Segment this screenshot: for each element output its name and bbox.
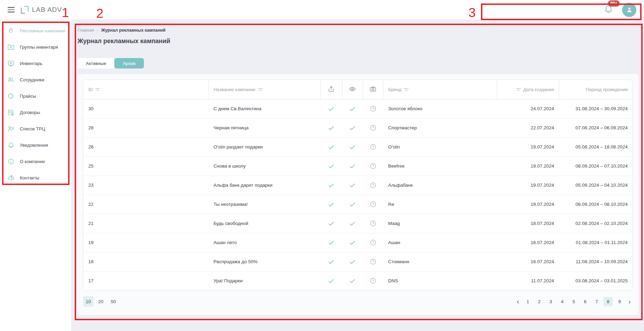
filter-icon[interactable] bbox=[516, 88, 521, 91]
sidebar-item-employees[interactable]: Сотрудники bbox=[0, 72, 71, 88]
column-header-id: ID bbox=[83, 80, 209, 99]
cell-brand: Спортмастер bbox=[383, 118, 497, 137]
eye-icon bbox=[348, 85, 357, 93]
table-header-row: ID Название кампании bbox=[83, 80, 633, 99]
table-row[interactable]: 26 O'stin раздает подарки O'stin 19.07.2… bbox=[83, 137, 633, 156]
sidebar-item-prices[interactable]: Прайсы bbox=[0, 88, 71, 104]
sidebar-item-notifications[interactable]: Уведомления bbox=[0, 137, 71, 153]
cell-brand: DNS bbox=[383, 271, 497, 290]
cell-upload-status bbox=[321, 156, 342, 176]
cell-created-date: 19.07.2024 bbox=[497, 137, 559, 156]
check-icon bbox=[349, 105, 356, 113]
page-size-button[interactable]: 50 bbox=[108, 296, 119, 307]
sidebar: Рекламные кампании Группы инвентаря Инве… bbox=[0, 20, 71, 331]
sidebar-item-inventory[interactable]: Инвентарь bbox=[0, 55, 71, 72]
clock-icon bbox=[369, 143, 377, 151]
table-row[interactable]: 30 С днем Св.Валентина Золотое яблоко 24… bbox=[83, 99, 633, 118]
cell-visibility-status bbox=[342, 156, 363, 176]
clock-icon bbox=[369, 239, 377, 247]
page-size-button[interactable]: 10 bbox=[83, 296, 93, 307]
column-header-visibility bbox=[342, 80, 363, 99]
filter-icon[interactable] bbox=[258, 88, 263, 91]
check-icon bbox=[327, 258, 335, 266]
table-row[interactable]: 23 Альфа банк дарит подарки Альфабанк 19… bbox=[83, 176, 633, 195]
page-number-button[interactable]: 1 bbox=[523, 297, 532, 306]
cell-created-date: 19.07.2024 bbox=[497, 156, 559, 176]
sidebar-item-contracts[interactable]: Договоры bbox=[0, 104, 71, 121]
page-number-button[interactable]: 6 bbox=[580, 297, 590, 306]
people-icon bbox=[7, 76, 15, 84]
sidebar-item-contacts[interactable]: Контакты bbox=[0, 170, 71, 186]
cell-id: 28 bbox=[83, 118, 209, 137]
table-row[interactable]: 19 Ашан лето Ашан 16.07.2024 01.08.2024 … bbox=[83, 233, 633, 252]
cell-period: 01.08.2024 – 01.11.2024 bbox=[559, 233, 633, 252]
cell-period: 02.08.2024 – 02.10.2024 bbox=[559, 214, 633, 233]
page-number-button[interactable]: 3 bbox=[546, 297, 555, 306]
cell-visibility-status bbox=[342, 195, 363, 214]
cell-brand: O'stin bbox=[383, 137, 497, 156]
page-number-button[interactable]: 2 bbox=[535, 297, 544, 306]
cell-campaign-name: Распродажа до 50% bbox=[209, 252, 320, 271]
cell-campaign-name: С днем Св.Валентина bbox=[209, 99, 320, 118]
person-list-icon bbox=[7, 125, 15, 133]
table-row[interactable]: 21 Будь свободной Maag 18.07.2024 02.08.… bbox=[83, 214, 633, 233]
cell-id: 21 bbox=[83, 214, 209, 233]
breadcrumb-separator-icon: › bbox=[97, 27, 98, 33]
page-number-button[interactable]: 5 bbox=[569, 297, 578, 306]
hamburger-menu-icon[interactable] bbox=[8, 7, 15, 13]
check-icon bbox=[327, 277, 335, 285]
column-header-created-date: Дата создания bbox=[497, 80, 559, 99]
page-number-button[interactable]: 9 bbox=[615, 297, 624, 306]
cell-upload-status bbox=[321, 214, 342, 233]
cell-campaign-name: Ашан лето bbox=[209, 233, 320, 252]
cell-photo-status bbox=[363, 195, 383, 214]
cell-brand: Альфабанк bbox=[383, 176, 497, 195]
cell-brand: Ашан bbox=[383, 233, 497, 252]
page-number-button[interactable]: 7 bbox=[592, 297, 601, 306]
user-avatar[interactable] bbox=[622, 3, 636, 17]
page-number-button[interactable]: 8 bbox=[603, 297, 613, 306]
breadcrumb-home-link[interactable]: Главная bbox=[78, 28, 94, 33]
table-row[interactable]: 18 Распродажа до 50% Стокманн 16.07.2024… bbox=[83, 252, 633, 271]
sidebar-item-inventory-groups[interactable]: Группы инвентаря bbox=[0, 39, 71, 55]
cell-campaign-name: Ура! Подарки bbox=[209, 271, 320, 290]
cell-period: 11.08.2024 – 10.09.2024 bbox=[559, 252, 633, 271]
tab-archive[interactable]: Архив bbox=[114, 58, 144, 68]
logo-brackets-icon bbox=[21, 6, 28, 14]
cell-campaign-name: O'stin раздает подарки bbox=[209, 137, 320, 156]
check-icon bbox=[327, 201, 335, 208]
sidebar-item-ad-campaigns[interactable]: Рекламные кампании bbox=[0, 23, 71, 39]
check-icon bbox=[327, 181, 335, 189]
main-content: Главная › Журнал рекламных кампаний Журн… bbox=[71, 20, 644, 331]
filter-icon[interactable] bbox=[95, 88, 100, 91]
page-number-button[interactable]: 4 bbox=[557, 297, 567, 306]
sidebar-item-label: Список ТРЦ bbox=[20, 126, 45, 131]
table-row[interactable]: 22 Ты неотразима! Re 19.07.2024 08.09.20… bbox=[83, 195, 633, 214]
next-page-button[interactable]: › bbox=[626, 298, 633, 305]
cell-id: 26 bbox=[83, 137, 209, 156]
filter-icon[interactable] bbox=[404, 88, 409, 91]
check-icon bbox=[327, 239, 335, 247]
sidebar-item-about[interactable]: О компании bbox=[0, 153, 71, 170]
tab-active-campaigns[interactable]: Активные bbox=[78, 58, 114, 68]
table-row[interactable]: 25 Снова в школу Beefree 19.07.2024 08.0… bbox=[83, 156, 633, 176]
page-title: Журнал рекламных кампаний bbox=[78, 38, 638, 45]
cell-campaign-name: Альфа банк дарит подарки bbox=[209, 176, 320, 195]
table-row[interactable]: 28 Черная пятница Спортмастер 22.07.2024… bbox=[83, 118, 633, 137]
cell-photo-status bbox=[363, 252, 383, 271]
cell-photo-status bbox=[363, 99, 383, 118]
sidebar-item-mall-list[interactable]: Список ТРЦ bbox=[0, 121, 71, 137]
logo: LAB ADV bbox=[21, 6, 62, 14]
table-row[interactable]: 17 Ура! Подарки DNS 11.07.2024 03.08.202… bbox=[83, 271, 633, 290]
clock-icon bbox=[369, 258, 377, 266]
check-icon bbox=[327, 162, 335, 170]
cell-id: 25 bbox=[83, 156, 209, 176]
upload-icon bbox=[327, 85, 335, 93]
page-size-button[interactable]: 20 bbox=[96, 296, 106, 307]
notifications-button[interactable]: 99+ bbox=[603, 4, 614, 16]
cell-id: 22 bbox=[83, 195, 209, 214]
cell-created-date: 16.07.2024 bbox=[497, 252, 559, 271]
cell-period: 05.09.2024 – 04.10.2024 bbox=[559, 176, 633, 195]
cell-upload-status bbox=[321, 271, 342, 290]
previous-page-button[interactable]: ‹ bbox=[515, 298, 521, 305]
